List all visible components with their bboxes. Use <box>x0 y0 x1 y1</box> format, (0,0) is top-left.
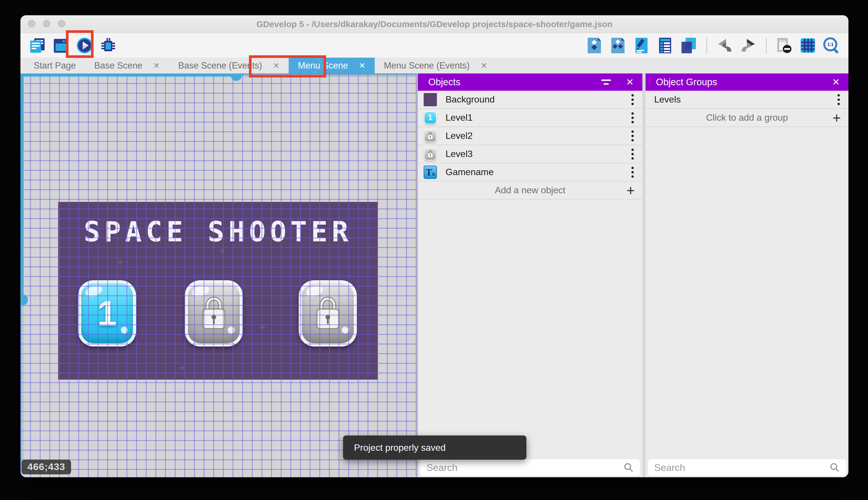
redo-icon[interactable] <box>740 37 756 54</box>
add-object-label: Add a new object <box>495 185 565 195</box>
grid-icon[interactable] <box>799 37 816 54</box>
star-decoration <box>117 257 123 269</box>
level1-button-instance[interactable]: 1 <box>78 280 136 346</box>
game-title-text-object[interactable]: SPACE SHOOTER <box>58 216 378 248</box>
plus-icon: + <box>833 112 841 124</box>
tab-label: Menu Scene <box>298 60 348 71</box>
debugger-icon[interactable] <box>100 37 117 54</box>
add-object-button[interactable]: Add a new object + <box>418 181 642 200</box>
tab-menu-scene[interactable]: Menu Scene ✕ <box>289 58 375 73</box>
vertical-scrollbar[interactable] <box>21 73 24 477</box>
object-menu-icon[interactable] <box>630 93 635 106</box>
main-area: SPACE SHOOTER 1 <box>21 73 848 477</box>
cursor-coordinates: 466;433 <box>22 460 71 474</box>
tab-menu-scene-events[interactable]: Menu Scene (Events) ✕ <box>375 58 496 73</box>
panels-divider[interactable] <box>642 73 646 477</box>
close-icon[interactable]: ✕ <box>832 77 840 88</box>
lock-icon <box>199 295 229 331</box>
open-objects-panel-icon[interactable] <box>586 37 603 54</box>
tab-close-icon[interactable]: ✕ <box>359 61 365 70</box>
open-instances-list-icon[interactable] <box>657 37 673 54</box>
object-label: Level3 <box>446 149 472 159</box>
filter-icon[interactable] <box>601 79 611 85</box>
tab-label: Base Scene <box>94 60 142 71</box>
background-object-instance[interactable]: SPACE SHOOTER 1 <box>58 202 378 379</box>
object-thumbnail-background <box>424 93 437 106</box>
tab-start-page[interactable]: Start Page <box>24 58 85 73</box>
horizontal-scrollbar[interactable] <box>21 73 417 77</box>
vertical-scrollbar-thumb[interactable] <box>21 294 28 305</box>
level1-number: 1 <box>97 293 117 333</box>
tab-close-icon[interactable]: ✕ <box>481 61 487 70</box>
tab-close-icon[interactable]: ✕ <box>153 61 160 70</box>
project-manager-icon[interactable] <box>29 37 46 54</box>
object-label: Level2 <box>446 130 472 141</box>
groups-search-bar <box>648 459 846 476</box>
zoom-1-1-icon[interactable]: 1:1 <box>823 37 840 54</box>
window-title: GDevelop 5 - /Users/dkarakay/Documents/G… <box>256 19 612 29</box>
object-groups-panel-title: Object Groups <box>656 77 717 88</box>
toolbar-right-group: 1:1 <box>586 37 840 54</box>
horizontal-scrollbar-fill <box>21 73 236 77</box>
close-icon[interactable]: ✕ <box>626 77 634 88</box>
level2-locked-button-instance[interactable] <box>185 280 243 346</box>
star-decoration <box>260 321 266 333</box>
add-group-button[interactable]: Click to add a group + <box>646 109 848 127</box>
object-groups-panel: Object Groups ✕ Levels Click to add a gr… <box>646 73 848 477</box>
vertical-scrollbar-fill <box>21 73 24 299</box>
object-menu-icon[interactable] <box>630 166 635 179</box>
group-label: Levels <box>654 94 681 105</box>
preview-window-icon[interactable] <box>53 37 69 54</box>
star-decoration <box>219 245 225 257</box>
scene-editor-canvas[interactable]: SPACE SHOOTER 1 <box>21 73 417 477</box>
object-thumbnail-level3-lock-icon <box>424 147 437 161</box>
undo-icon[interactable] <box>716 37 733 54</box>
group-menu-icon[interactable] <box>836 93 841 106</box>
tab-label: Start Page <box>34 60 76 71</box>
minimize-window-button[interactable] <box>43 20 50 27</box>
object-row-level1[interactable]: 1 Level1 <box>418 109 642 127</box>
object-menu-icon[interactable] <box>630 111 635 124</box>
tab-label: Menu Scene (Events) <box>384 60 470 71</box>
window-mask-icon[interactable] <box>776 37 793 54</box>
level3-locked-button-instance[interactable] <box>299 280 357 346</box>
zoom-window-button[interactable] <box>58 20 65 27</box>
traffic-lights <box>28 20 65 27</box>
object-row-background[interactable]: Background <box>418 91 642 109</box>
open-object-groups-panel-icon[interactable] <box>610 37 626 54</box>
groups-search-input[interactable] <box>654 462 830 473</box>
gdevelop-window: GDevelop 5 - /Users/dkarakay/Documents/G… <box>21 15 848 477</box>
object-thumbnail-level1: 1 <box>424 111 437 124</box>
search-icon <box>623 462 634 473</box>
toolbar-left-group <box>29 37 117 54</box>
plus-icon: + <box>626 185 635 196</box>
object-row-gamename[interactable]: Tx Gamename <box>418 163 642 181</box>
objects-search-bar <box>420 459 640 476</box>
tab-close-icon[interactable]: ✕ <box>273 61 280 70</box>
object-menu-icon[interactable] <box>630 129 635 143</box>
object-label: Background <box>446 94 495 105</box>
play-preview-button[interactable] <box>76 37 93 54</box>
search-icon <box>830 462 840 473</box>
group-row-levels[interactable]: Levels <box>646 91 848 109</box>
add-group-label: Click to add a group <box>706 112 788 123</box>
toolbar-separator <box>766 37 767 54</box>
object-groups-panel-header: Object Groups ✕ <box>646 73 848 91</box>
objects-search-input[interactable] <box>426 462 623 473</box>
toolbar-separator <box>706 37 707 54</box>
tab-base-scene[interactable]: Base Scene ✕ <box>85 58 169 73</box>
object-row-level3[interactable]: Level3 <box>418 145 642 163</box>
star-decoration <box>342 235 348 247</box>
object-thumbnail-text-icon: Tx <box>424 166 437 179</box>
tab-base-scene-events[interactable]: Base Scene (Events) ✕ <box>169 58 289 73</box>
object-menu-icon[interactable] <box>630 147 635 161</box>
close-window-button[interactable] <box>28 20 35 27</box>
object-row-level2[interactable]: Level2 <box>418 127 642 145</box>
open-properties-panel-icon[interactable] <box>633 37 650 54</box>
toast-message: Project properly saved <box>354 442 446 453</box>
horizontal-scrollbar-thumb[interactable] <box>231 73 242 81</box>
object-label: Gamename <box>446 167 494 178</box>
zoom-1-1-label: 1:1 <box>825 42 835 47</box>
open-layers-panel-icon[interactable] <box>680 37 697 54</box>
toolbar: 1:1 <box>21 33 848 58</box>
